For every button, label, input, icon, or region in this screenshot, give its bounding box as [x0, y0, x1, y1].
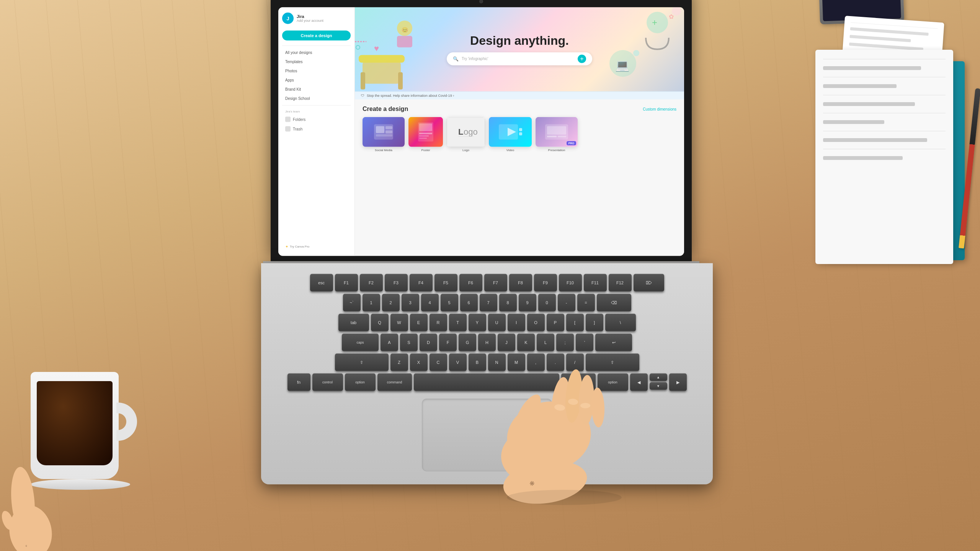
- key-t[interactable]: T: [449, 314, 467, 331]
- key-backslash[interactable]: \: [605, 314, 636, 331]
- key-esc[interactable]: esc: [310, 274, 333, 292]
- sidebar-item-all-designs[interactable]: All your designs: [282, 49, 351, 57]
- card-logo[interactable]: L ogo Logo: [447, 117, 485, 152]
- sidebar-item-trash[interactable]: Trash: [282, 125, 351, 133]
- design-cards: Social Media: [363, 117, 676, 152]
- svg-text:😊: 😊: [402, 27, 408, 33]
- svg-rect-39: [419, 133, 432, 134]
- card-social-media[interactable]: Social Media: [363, 117, 405, 152]
- key-fn[interactable]: fn: [287, 373, 310, 391]
- svg-rect-47: [519, 128, 522, 131]
- key-f2[interactable]: F2: [360, 274, 383, 292]
- key-f8[interactable]: F8: [509, 274, 532, 292]
- sidebar-item-design-school[interactable]: Design School: [282, 95, 351, 103]
- key-shift-l[interactable]: ⇧: [335, 354, 389, 371]
- svg-rect-34: [385, 126, 392, 129]
- key-f6[interactable]: F6: [459, 274, 482, 292]
- create-section: Create a design Custom dimensions: [355, 99, 684, 158]
- key-2[interactable]: 2: [382, 294, 400, 311]
- key-f1[interactable]: F1: [335, 274, 358, 292]
- sidebar-item-folders[interactable]: Folders: [282, 115, 351, 124]
- key-d[interactable]: D: [420, 334, 437, 351]
- svg-rect-40: [419, 135, 429, 137]
- key-5[interactable]: 5: [441, 294, 458, 311]
- key-r[interactable]: R: [430, 314, 447, 331]
- key-arrow-right[interactable]: ▶: [669, 373, 687, 391]
- key-minus[interactable]: -: [558, 294, 575, 311]
- key-f11[interactable]: F11: [584, 274, 607, 292]
- key-8[interactable]: 8: [499, 294, 517, 311]
- key-1[interactable]: 1: [363, 294, 380, 311]
- key-delete[interactable]: ⌦: [634, 274, 664, 292]
- card-video[interactable]: Video: [489, 117, 532, 152]
- svg-rect-36: [376, 134, 392, 137]
- svg-text:ogo: ogo: [464, 127, 477, 137]
- key-f10[interactable]: F10: [559, 274, 582, 292]
- key-equals[interactable]: =: [577, 294, 595, 311]
- key-o[interactable]: O: [527, 314, 545, 331]
- card-poster[interactable]: Poster: [408, 117, 443, 152]
- sidebar-item-photos[interactable]: Photos: [282, 67, 351, 75]
- key-y[interactable]: Y: [469, 314, 486, 331]
- covid-icon: 🛡: [361, 94, 364, 98]
- card-presentation[interactable]: PRO Presentation: [536, 117, 578, 152]
- key-i[interactable]: I: [508, 314, 525, 331]
- search-plus-button[interactable]: +: [578, 54, 586, 63]
- sidebar-item-templates[interactable]: Templates: [282, 58, 351, 66]
- key-q[interactable]: Q: [371, 314, 389, 331]
- number-key-row: ~` 1 2 3 4 5 6 7 8 9 0 - = ⌫: [274, 294, 700, 311]
- key-x[interactable]: X: [410, 354, 428, 371]
- key-f12[interactable]: F12: [609, 274, 632, 292]
- key-e[interactable]: E: [410, 314, 428, 331]
- hero-deco-center-left: 😊: [385, 15, 424, 54]
- hero-search[interactable]: 🔍 Try 'infographic' +: [447, 52, 592, 65]
- key-3[interactable]: 3: [402, 294, 419, 311]
- user-info: Jira Add your account: [297, 14, 323, 23]
- search-placeholder: Try 'infographic': [462, 57, 575, 61]
- key-f5[interactable]: F5: [434, 274, 457, 292]
- svg-rect-50: [547, 126, 566, 135]
- key-4[interactable]: 4: [421, 294, 439, 311]
- key-f7[interactable]: F7: [484, 274, 507, 292]
- key-a[interactable]: A: [381, 334, 398, 351]
- key-6[interactable]: 6: [460, 294, 478, 311]
- user-profile[interactable]: J Jira Add your account: [282, 13, 351, 24]
- key-control[interactable]: control: [312, 373, 343, 391]
- key-option-left[interactable]: option: [345, 373, 376, 391]
- sidebar-item-apps[interactable]: Apps: [282, 76, 351, 84]
- create-design-button[interactable]: Create a design: [282, 31, 351, 41]
- key-command-left[interactable]: command: [377, 373, 412, 391]
- key-bracket-l[interactable]: [: [566, 314, 584, 331]
- key-f3[interactable]: F3: [385, 274, 408, 292]
- try-canva-pro[interactable]: ✦ Try Canva Pro: [282, 243, 351, 251]
- svg-rect-15: [363, 61, 401, 84]
- qwerty-row: tab Q W E R T Y U I O P [ ] \: [274, 314, 700, 331]
- custom-dimensions-link[interactable]: Custom dimensions: [643, 107, 676, 111]
- key-9[interactable]: 9: [519, 294, 536, 311]
- canva-sidebar: J Jira Add your account Create a design: [278, 7, 355, 256]
- key-backspace[interactable]: ⌫: [597, 294, 631, 311]
- key-7[interactable]: 7: [480, 294, 497, 311]
- canva-app: J Jira Add your account Create a design: [278, 7, 684, 256]
- svg-text:⚘: ⚘: [25, 544, 28, 548]
- hero-banner: ♥ +: [355, 7, 684, 91]
- key-f4[interactable]: F4: [410, 274, 433, 292]
- key-p[interactable]: P: [547, 314, 564, 331]
- canva-main: ♥ +: [355, 7, 684, 256]
- key-u[interactable]: U: [488, 314, 506, 331]
- key-caps-lock[interactable]: caps: [342, 334, 379, 351]
- key-w[interactable]: W: [390, 314, 408, 331]
- svg-rect-48: [519, 132, 522, 135]
- hero-deco-center-right: 💻: [600, 48, 646, 88]
- key-0[interactable]: 0: [538, 294, 556, 311]
- user-subtitle: Add your account: [297, 19, 323, 23]
- key-bracket-r[interactable]: ]: [586, 314, 603, 331]
- sidebar-item-brand-kit[interactable]: Brand Kit: [282, 85, 351, 93]
- key-f9[interactable]: F9: [534, 274, 557, 292]
- key-z[interactable]: Z: [390, 354, 408, 371]
- key-s[interactable]: S: [400, 334, 418, 351]
- key-tab[interactable]: tab: [338, 314, 369, 331]
- covid-text: Stop the spread. Help share information …: [367, 94, 454, 98]
- key-backtick[interactable]: ~`: [343, 294, 361, 311]
- card-label-logo: Logo: [462, 148, 469, 152]
